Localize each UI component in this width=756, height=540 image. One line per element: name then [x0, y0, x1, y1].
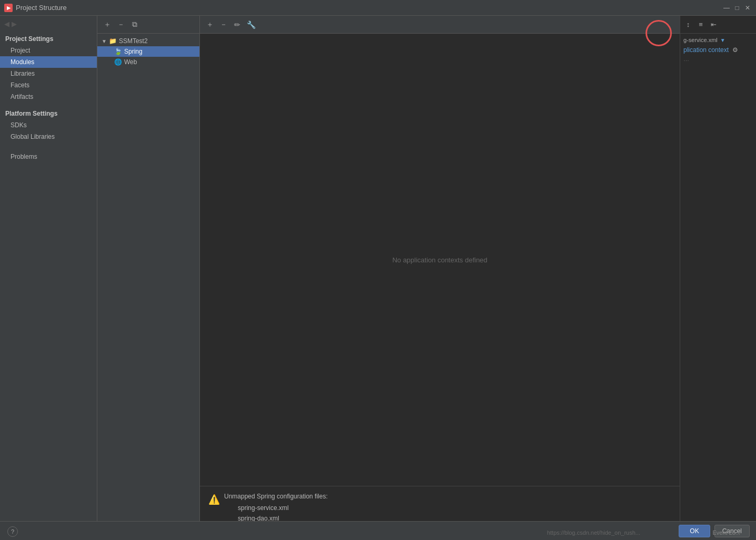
platform-settings-section: Platform Settings SDKs Global Libraries: [0, 107, 97, 142]
back-arrow[interactable]: ◀: [4, 20, 9, 28]
context-link-row: plication context ⚙: [683, 46, 753, 54]
sidebar-item-project[interactable]: Project: [0, 45, 97, 56]
title-bar: ▶ Project Structure — □ ✕: [0, 0, 756, 16]
main-settings-button[interactable]: 🔧: [245, 19, 257, 30]
help-button[interactable]: ?: [7, 526, 18, 537]
window-title: Project Structure: [16, 4, 67, 12]
forward-arrow[interactable]: ▶: [12, 20, 17, 28]
sidebar-item-problems[interactable]: Problems: [0, 151, 97, 162]
right-text-area: g-service.xml ▼ plication context ⚙ …: [680, 34, 756, 65]
ok-button[interactable]: OK: [679, 525, 710, 537]
web-icon: 🌐: [114, 58, 122, 66]
sidebar-item-facets[interactable]: Facets: [0, 79, 97, 91]
gear-icon[interactable]: ⚙: [732, 46, 738, 54]
tree-toolbar: ＋ － ⧉: [97, 16, 199, 34]
tree-content: ▼ 📁 SSMTest2 🍃 Spring 🌐 Web: [97, 34, 199, 540]
warning-icon: ⚠️: [208, 494, 220, 505]
problems-section: Problems: [0, 151, 97, 162]
main-container: ◀ ▶ Project Settings Project Modules Lib…: [0, 16, 756, 540]
sidebar-item-global-libraries[interactable]: Global Libraries: [0, 131, 97, 142]
nav-arrows: ◀ ▶: [0, 18, 97, 32]
filter-button[interactable]: ≡: [695, 19, 707, 30]
collapse-button[interactable]: ⇤: [708, 19, 719, 30]
empty-state-text: No application contexts defined: [392, 256, 488, 264]
main-panel: ＋ － ✏ 🔧 No application contexts defined …: [200, 16, 680, 540]
minimize-button[interactable]: —: [722, 4, 731, 12]
close-button[interactable]: ✕: [743, 4, 752, 12]
platform-settings-header: Platform Settings: [0, 107, 97, 119]
tree-item-spring[interactable]: 🍃 Spring: [97, 46, 199, 57]
maximize-button[interactable]: □: [733, 4, 741, 12]
main-toolbar: ＋ － ✏ 🔧: [200, 16, 680, 34]
tree-item-web[interactable]: 🌐 Web: [97, 57, 199, 67]
warning-title: Unmapped Spring configuration files:: [224, 493, 328, 500]
right-panel-toolbar: ↕ ≡ ⇤: [680, 16, 756, 34]
service-dropdown[interactable]: ▼: [720, 37, 725, 43]
bottom-bar: OK Cancel: [0, 521, 756, 540]
main-add-button[interactable]: ＋: [204, 19, 216, 30]
spring-icon: 🍃: [114, 48, 122, 55]
add-button[interactable]: ＋: [102, 19, 113, 30]
main-edit-button[interactable]: ✏: [231, 19, 243, 30]
content-area: ＋ － ⧉ ▼ 📁 SSMTest2 🍃 Spring 🌐: [97, 16, 756, 540]
service-text: g-service.xml ▼: [683, 37, 753, 43]
tree-item-label-spring: Spring: [124, 48, 143, 55]
project-settings-header: Project Settings: [0, 32, 97, 45]
sidebar-item-sdks[interactable]: SDKs: [0, 119, 97, 131]
tree-panel: ＋ － ⧉ ▼ 📁 SSMTest2 🍃 Spring 🌐: [97, 16, 200, 540]
dots-indicator: …: [683, 56, 753, 62]
event-log[interactable]: Event Lo...: [712, 529, 740, 536]
sidebar-item-modules[interactable]: Modules: [0, 56, 97, 68]
tree-item-label-project: SSMTest2: [119, 37, 148, 45]
tree-arrow-icon: ▼: [102, 38, 107, 44]
warning-file-1: spring-service.xml: [238, 503, 328, 513]
sidebar-item-artifacts[interactable]: Artifacts: [0, 91, 97, 103]
copy-button[interactable]: ⧉: [129, 19, 140, 30]
app-icon: ▶: [4, 4, 13, 12]
tree-item-label-web: Web: [124, 58, 137, 66]
right-panel: ↕ ≡ ⇤ g-service.xml ▼ plication context …: [680, 16, 756, 540]
main-remove-button[interactable]: －: [218, 19, 229, 30]
sort-button[interactable]: ↕: [682, 19, 694, 30]
main-content-area: No application contexts defined: [200, 34, 680, 486]
folder-icon: 📁: [109, 37, 117, 45]
window-controls: — □ ✕: [722, 4, 752, 12]
remove-button[interactable]: －: [115, 19, 127, 30]
sidebar-item-libraries[interactable]: Libraries: [0, 68, 97, 79]
tree-item-project[interactable]: ▼ 📁 SSMTest2: [97, 36, 199, 46]
sidebar: ◀ ▶ Project Settings Project Modules Lib…: [0, 16, 97, 540]
status-url: https://blog.csdn.net/hide_on_rush...: [547, 529, 640, 536]
context-link[interactable]: plication context: [683, 46, 729, 54]
